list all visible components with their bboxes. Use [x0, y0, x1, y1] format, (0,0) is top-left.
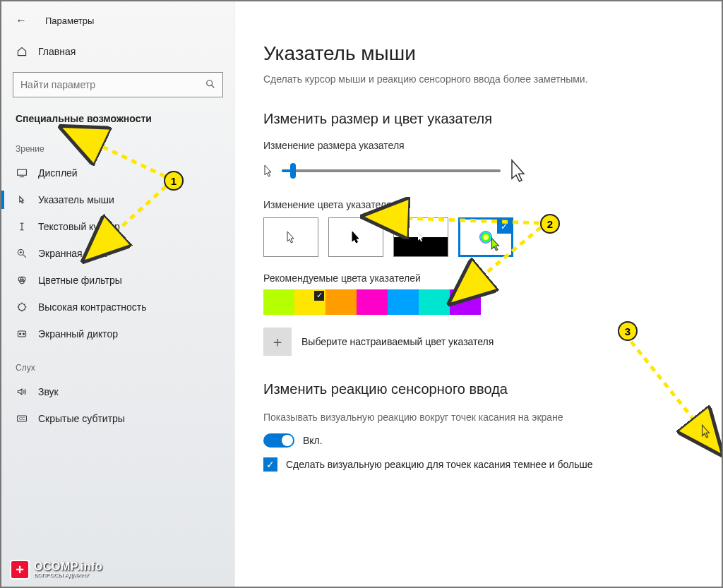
- group-hearing-label: Слух: [1, 357, 234, 378]
- sidebar: ← Параметры Главная Специальные возможно…: [1, 1, 234, 587]
- add-custom-color-button[interactable]: ＋: [263, 328, 292, 356]
- svg-line-21: [19, 309, 20, 310]
- nav-label: Текстовый курсор: [38, 221, 120, 232]
- touch-desc: Показывать визуальную реакцию вокруг точ…: [263, 410, 616, 425]
- color-swatch[interactable]: [263, 289, 294, 315]
- nav-display[interactable]: Дисплей: [1, 160, 234, 186]
- color-swatch[interactable]: [294, 289, 325, 315]
- narrator-icon: [16, 328, 28, 340]
- nav-narrator[interactable]: Экранный диктор: [1, 320, 234, 347]
- main-content: Указатель мыши Сделать курсор мыши и реа…: [234, 1, 722, 587]
- annotation-2: 2: [540, 214, 560, 234]
- color-swatch[interactable]: [325, 289, 357, 315]
- pointer-icon: [16, 193, 28, 206]
- custom-color-label: Выберите настраиваемый цвет указателя: [301, 336, 494, 347]
- annotation-1: 1: [164, 171, 184, 191]
- nav-text-cursor[interactable]: Текстовый курсор: [1, 213, 234, 240]
- nav-label: Указатель мыши: [38, 194, 114, 205]
- swatch-row: [263, 289, 693, 315]
- cursor-big-icon: [509, 158, 527, 184]
- watermark-logo: + OCOMP.info ВОПРОСЫ АДМИНУ: [10, 560, 102, 580]
- color-option-inverted[interactable]: [393, 217, 448, 257]
- logo-brand: OCOMP.info: [34, 561, 102, 572]
- color-swatch[interactable]: [450, 289, 481, 315]
- nav-label: Звук: [38, 386, 59, 397]
- color-option-black[interactable]: [328, 217, 383, 257]
- colorfilter-icon: [16, 274, 28, 287]
- search-box[interactable]: [13, 72, 223, 97]
- nav-home-label: Главная: [38, 46, 76, 57]
- page-title: Указатель мыши: [263, 42, 693, 65]
- svg-point-25: [23, 333, 24, 335]
- contrast-icon: [16, 301, 28, 313]
- nav-home[interactable]: Главная: [1, 35, 234, 68]
- color-swatch[interactable]: [357, 289, 388, 315]
- nav-label: Экранный диктор: [38, 328, 118, 340]
- group-vision-label: Зрение: [1, 138, 234, 160]
- section-touch: Изменить реакцию сенсорного ввода: [263, 381, 693, 397]
- touch-feedback-toggle[interactable]: [263, 433, 294, 448]
- nav-closed-captions[interactable]: CC Скрытые субтитры: [1, 405, 234, 432]
- nav-label: Дисплей: [38, 167, 78, 179]
- toggle-state-label: Вкл.: [303, 435, 323, 446]
- check-icon: ✓: [497, 220, 511, 234]
- svg-line-22: [24, 304, 25, 305]
- logo-sub: ВОПРОСЫ АДМИНУ: [34, 572, 102, 578]
- nav-label: Экранная лупа: [38, 248, 107, 259]
- nav-color-filters[interactable]: Цветные фильтры: [1, 267, 234, 294]
- color-option-white[interactable]: [263, 217, 318, 257]
- nav-magnifier[interactable]: Экранная лупа: [1, 240, 234, 267]
- recommended-label: Рекомендуемые цвета указателей: [263, 272, 693, 284]
- svg-text:CC: CC: [19, 416, 25, 421]
- nav-mouse-pointer[interactable]: Указатель мыши: [1, 186, 234, 213]
- nav-label: Цветные фильтры: [38, 275, 122, 286]
- display-icon: [16, 167, 28, 179]
- nav-label: Высокая контрастность: [38, 301, 146, 313]
- cursor-small-icon: [263, 164, 273, 178]
- svg-line-1: [212, 85, 215, 88]
- darker-touch-checkbox[interactable]: ✓: [263, 457, 277, 472]
- svg-line-20: [24, 309, 25, 310]
- magnifier-icon: [16, 247, 28, 260]
- logo-plus-icon: +: [10, 560, 30, 580]
- result-cursor-icon: [700, 424, 712, 439]
- search-input[interactable]: [20, 79, 186, 90]
- size-label: Изменение размера указателя: [263, 140, 693, 151]
- svg-rect-2: [18, 169, 27, 175]
- svg-point-0: [207, 80, 213, 85]
- window-title: Параметры: [45, 16, 94, 26]
- color-swatch[interactable]: [419, 289, 450, 315]
- nav-sound[interactable]: Звук: [1, 378, 234, 405]
- svg-point-24: [20, 333, 21, 335]
- color-swatch[interactable]: [388, 289, 419, 315]
- svg-line-19: [19, 304, 20, 305]
- nav-high-contrast[interactable]: Высокая контрастность: [1, 294, 234, 320]
- nav-label: Скрытые субтитры: [38, 413, 125, 424]
- section-title: Специальные возможности: [1, 110, 234, 138]
- page-desc: Сделать курсор мыши и реакцию сенсорного…: [263, 72, 616, 87]
- color-option-custom[interactable]: ✓: [458, 217, 513, 257]
- section-size-color: Изменить размер и цвет указателя: [263, 111, 693, 127]
- color-label: Изменение цвета указателя: [263, 199, 693, 210]
- back-icon[interactable]: ←: [16, 14, 27, 27]
- sound-icon: [16, 385, 28, 398]
- darker-touch-label: Сделать визуальную реакцию для точек кас…: [286, 457, 593, 472]
- svg-line-8: [23, 255, 26, 258]
- search-icon: [205, 79, 215, 91]
- home-icon: [16, 45, 28, 58]
- cc-icon: CC: [16, 412, 28, 425]
- textcursor-icon: [16, 220, 28, 233]
- pointer-size-slider[interactable]: [282, 169, 501, 172]
- annotation-3: 3: [618, 321, 638, 341]
